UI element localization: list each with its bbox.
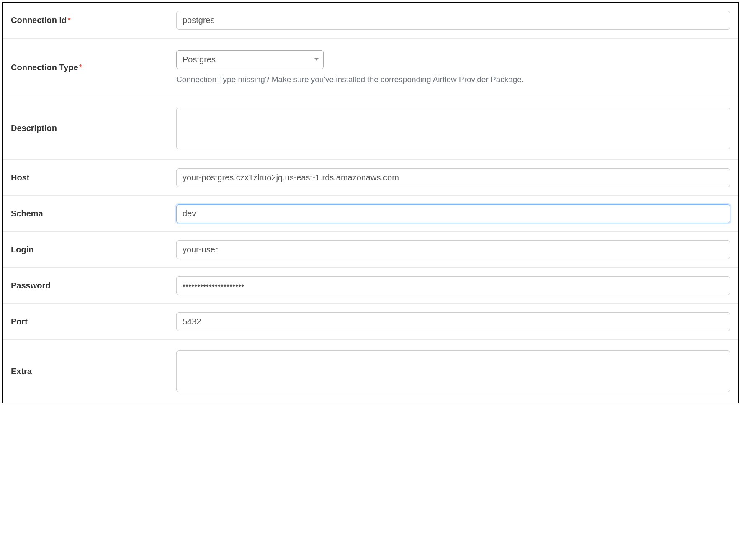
label-host: Host	[11, 173, 176, 182]
extra-input[interactable]	[176, 350, 730, 392]
conn-type-select[interactable]: Postgres	[176, 50, 324, 69]
label-port: Port	[11, 317, 176, 326]
chevron-down-icon	[314, 58, 319, 61]
description-input[interactable]	[176, 108, 730, 149]
label-schema: Schema	[11, 209, 176, 218]
conn-id-input[interactable]	[176, 11, 730, 30]
row-description: Description	[3, 97, 738, 160]
conn-type-help: Connection Type missing? Make sure you'v…	[176, 74, 730, 85]
row-schema: Schema	[3, 196, 738, 232]
row-host: Host	[3, 160, 738, 196]
row-port: Port	[3, 304, 738, 340]
label-conn-type: Connection Type*	[11, 63, 176, 72]
login-input[interactable]	[176, 240, 730, 259]
connection-form: Connection Id* Connection Type* Postgres…	[2, 2, 739, 403]
port-input[interactable]	[176, 312, 730, 331]
row-login: Login	[3, 232, 738, 268]
label-login: Login	[11, 245, 176, 254]
label-description: Description	[11, 123, 176, 133]
row-conn-type: Connection Type* Postgres Connection Typ…	[3, 39, 738, 97]
password-input[interactable]	[176, 276, 730, 295]
conn-type-value: Postgres	[183, 55, 216, 64]
label-conn-id: Connection Id*	[11, 15, 176, 25]
host-input[interactable]	[176, 168, 730, 187]
row-extra: Extra	[3, 340, 738, 403]
schema-input[interactable]	[176, 204, 730, 223]
required-mark: *	[67, 15, 71, 25]
label-extra: Extra	[11, 367, 176, 376]
row-conn-id: Connection Id*	[3, 3, 738, 39]
row-password: Password	[3, 268, 738, 304]
label-password: Password	[11, 281, 176, 290]
required-mark: *	[79, 63, 82, 72]
